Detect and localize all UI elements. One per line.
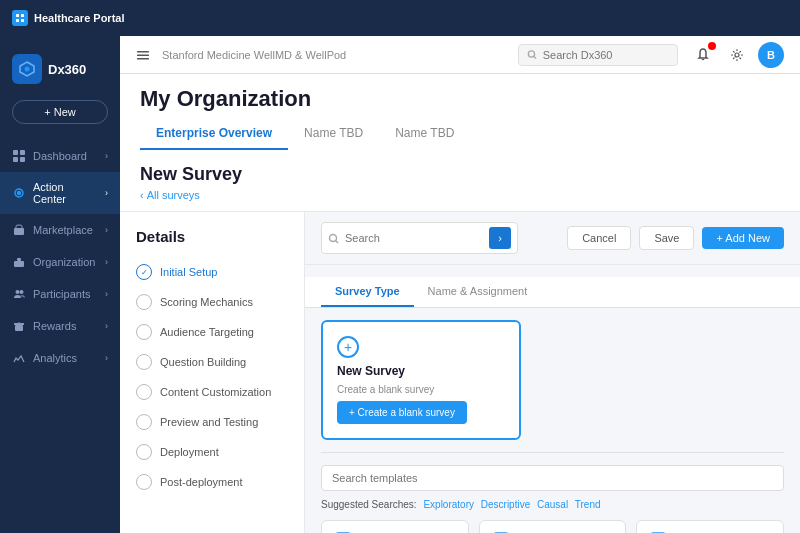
chevron-icon: ›: [105, 225, 108, 235]
page-tabs: Enterprise Overview Name TBD Name TBD: [140, 120, 780, 150]
sidebar-item-action-center[interactable]: Action Center ›: [0, 172, 120, 214]
tab-name-assignment[interactable]: Name & Assignment: [414, 277, 542, 307]
search-go-button[interactable]: ›: [489, 227, 511, 249]
chevron-icon: ›: [105, 257, 108, 267]
back-label: All surveys: [147, 189, 200, 201]
steps-sidebar: Details ✓ Initial Setup Scoring Mechanic…: [120, 212, 305, 533]
step-content[interactable]: Content Customization: [120, 377, 304, 407]
sidebar: Dx360 + New Dashboard › Action Center ›: [0, 36, 120, 533]
svg-point-5: [25, 67, 30, 72]
sidebar-item-label: Marketplace: [33, 224, 93, 236]
step-circle: ✓: [136, 264, 152, 280]
template-card-3[interactable]: Template Name Template name description …: [636, 520, 784, 533]
step-label: Audience Targeting: [160, 326, 254, 338]
content-tabs: Survey Type Name & Assignment: [305, 277, 800, 308]
svg-rect-18: [14, 323, 24, 325]
svg-rect-1: [21, 14, 24, 17]
step-question[interactable]: Question Building: [120, 347, 304, 377]
svg-rect-13: [14, 261, 24, 267]
chevron-icon: ›: [105, 289, 108, 299]
notification-bell[interactable]: [690, 42, 716, 68]
step-label: Initial Setup: [160, 266, 217, 278]
step-audience[interactable]: Audience Targeting: [120, 317, 304, 347]
templates-search-input[interactable]: [321, 465, 784, 491]
sidebar-item-marketplace[interactable]: Marketplace ›: [0, 214, 120, 246]
tag-descriptive[interactable]: Descriptive: [481, 499, 530, 510]
step-preview[interactable]: Preview and Testing: [120, 407, 304, 437]
suggested-searches: Suggested Searches: Exploratory Descript…: [321, 499, 784, 510]
tab-name-tbd-1[interactable]: Name TBD: [288, 120, 379, 150]
svg-line-26: [336, 240, 339, 243]
action-center-icon: [12, 186, 26, 200]
step-label: Preview and Testing: [160, 416, 258, 428]
cancel-button[interactable]: Cancel: [567, 226, 631, 250]
top-bar: Healthcare Portal: [0, 0, 800, 36]
step-label: Content Customization: [160, 386, 271, 398]
chevron-icon: ›: [105, 188, 108, 198]
divider: [321, 452, 784, 453]
sidebar-item-organization[interactable]: Organization ›: [0, 246, 120, 278]
sidebar-item-analytics[interactable]: Analytics ›: [0, 342, 120, 374]
new-survey-icon: +: [337, 336, 359, 358]
settings-icon[interactable]: [724, 42, 750, 68]
new-button[interactable]: + New: [12, 100, 108, 124]
logo-text: Dx360: [48, 62, 86, 77]
details-title: Details: [120, 228, 304, 257]
sub-header: Stanford Medicine WellMD & WellPod B: [120, 36, 800, 74]
create-blank-button[interactable]: + Create a blank survey: [337, 401, 467, 424]
organization-icon: [12, 255, 26, 269]
sidebar-item-label: Action Center: [33, 181, 98, 205]
sidebar-item-rewards[interactable]: Rewards ›: [0, 310, 120, 342]
brand-icon: [12, 10, 28, 26]
search-input[interactable]: [543, 49, 669, 61]
sidebar-item-participants[interactable]: Participants ›: [0, 278, 120, 310]
back-link[interactable]: ‹ All surveys: [140, 189, 780, 201]
notification-badge: [708, 42, 716, 50]
svg-rect-8: [13, 157, 18, 162]
svg-rect-19: [137, 51, 149, 53]
chevron-icon: ›: [105, 151, 108, 161]
page-title: My Organization: [140, 86, 780, 112]
tag-causal[interactable]: Causal: [537, 499, 568, 510]
survey-toolbar: › Cancel Save + Add New: [305, 212, 800, 265]
back-arrow: ‹: [140, 189, 144, 201]
step-deployment[interactable]: Deployment: [120, 437, 304, 467]
analytics-icon: [12, 351, 26, 365]
survey-body: Details ✓ Initial Setup Scoring Mechanic…: [120, 212, 800, 533]
sidebar-item-label: Organization: [33, 256, 95, 268]
svg-point-15: [16, 290, 20, 294]
toolbar-search[interactable]: ›: [321, 222, 518, 254]
header-icons: B: [690, 42, 784, 68]
add-new-button[interactable]: + Add New: [702, 227, 784, 249]
tab-name-tbd-2[interactable]: Name TBD: [379, 120, 470, 150]
step-label: Deployment: [160, 446, 219, 458]
sidebar-item-label: Analytics: [33, 352, 77, 364]
svg-point-11: [18, 192, 21, 195]
template-card-2[interactable]: Template Name Template name description …: [479, 520, 627, 533]
dashboard-icon: [12, 149, 26, 163]
new-survey-card-desc: Create a blank survey: [337, 384, 505, 395]
save-button[interactable]: Save: [639, 226, 694, 250]
rewards-icon: [12, 319, 26, 333]
step-scoring[interactable]: Scoring Mechanics: [120, 287, 304, 317]
sidebar-item-label: Rewards: [33, 320, 76, 332]
step-label: Scoring Mechanics: [160, 296, 253, 308]
tab-enterprise-overview[interactable]: Enterprise Overview: [140, 120, 288, 150]
step-post[interactable]: Post-deployment: [120, 467, 304, 497]
step-initial-setup[interactable]: ✓ Initial Setup: [120, 257, 304, 287]
tag-trend[interactable]: Trend: [575, 499, 601, 510]
toolbar-search-input[interactable]: [345, 232, 483, 244]
tag-exploratory[interactable]: Exploratory: [423, 499, 474, 510]
avatar[interactable]: B: [758, 42, 784, 68]
svg-rect-6: [13, 150, 18, 155]
sidebar-item-label: Dashboard: [33, 150, 87, 162]
search-box[interactable]: [518, 44, 678, 66]
svg-rect-20: [137, 54, 149, 56]
page-header: My Organization Enterprise Overview Name…: [120, 74, 800, 150]
breadcrumb: Stanford Medicine WellMD & WellPod: [162, 49, 506, 61]
new-survey-card: + New Survey Create a blank survey + Cre…: [321, 320, 521, 440]
sidebar-item-dashboard[interactable]: Dashboard ›: [0, 140, 120, 172]
content-area: Stanford Medicine WellMD & WellPod B My …: [120, 36, 800, 533]
template-card-1[interactable]: Template Name Template name description …: [321, 520, 469, 533]
tab-survey-type[interactable]: Survey Type: [321, 277, 414, 307]
